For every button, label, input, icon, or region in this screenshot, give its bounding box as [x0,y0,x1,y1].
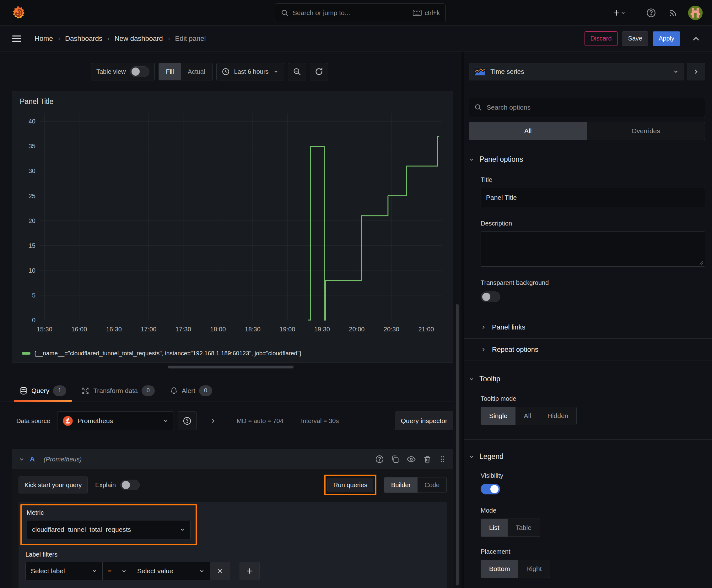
panel-options-section-header[interactable]: Panel options [469,155,705,164]
global-search[interactable]: ctrl+k [275,3,446,22]
scrollbar-thumb[interactable] [456,304,459,586]
chevron-down-icon [469,454,474,460]
repeat-options-section[interactable]: Repeat options [469,339,705,361]
tooltip-section-header[interactable]: Tooltip [469,375,705,383]
datasource-label: Data source [12,417,57,425]
breadcrumb-dashboards[interactable]: Dashboards [65,35,102,43]
collapse-options-button[interactable] [687,63,705,80]
panel-edit-main: Table view Fill Actual Last 6 hours [0,51,461,588]
tab-alert[interactable]: Alert 0 [164,380,218,401]
fill-option[interactable]: Fill [159,63,181,80]
kickstart-query-button[interactable]: Kick start your query [19,477,88,493]
builder-option[interactable]: Builder [384,478,417,492]
legend-section-header[interactable]: Legend [469,452,705,461]
code-option[interactable]: Code [417,478,447,492]
tab-alert-label: Alert [182,387,195,395]
search-shortcut: ctrl+k [413,9,440,17]
run-queries-button[interactable]: Run queries [327,478,373,492]
grafana-logo-icon[interactable] [11,6,26,20]
user-avatar[interactable] [688,6,703,20]
pane-divider[interactable] [461,51,464,588]
datasource-help-button[interactable] [178,412,196,430]
add-new-button[interactable] [610,7,628,19]
help-button[interactable] [644,6,658,20]
collapse-header-button[interactable] [689,32,703,45]
chevron-right-icon[interactable] [210,417,217,424]
duplicate-query-icon[interactable] [391,455,400,464]
panel-description-textarea[interactable] [481,231,705,267]
transparent-bg-toggle[interactable] [481,292,500,302]
menu-toggle-button[interactable] [9,33,24,45]
legend-bottom-option[interactable]: Bottom [481,560,518,578]
metric-highlight: Metric cloudflared_tunnel_total_requests [20,504,197,545]
resize-grip-icon[interactable] [698,260,704,265]
query-row-header[interactable]: A (Prometheus) [12,449,453,469]
bell-icon [170,387,178,395]
legend-right-option[interactable]: Right [518,560,550,578]
tab-overrides[interactable]: Overrides [587,122,705,140]
query-inspector-button[interactable]: Query inspector [395,412,453,430]
tab-query[interactable]: Query 1 [14,380,72,401]
legend-series-label[interactable]: {__name__="cloudflared_tunnel_total_requ… [34,350,301,357]
datasource-row: Data source Prometheus MD = auto = 704 [12,411,453,430]
tooltip-all-option[interactable]: All [516,407,539,425]
tab-all-options[interactable]: All [469,122,587,140]
explain-toggle[interactable] [120,480,140,490]
table-view-toggle[interactable] [130,66,149,77]
operator-dropdown[interactable]: = [103,562,132,580]
legend-series-dash[interactable] [22,352,30,355]
select-label-placeholder: Select label [31,567,65,575]
visualization-picker[interactable]: Time series [469,63,684,80]
legend-list-option[interactable]: List [481,519,508,537]
panel-preview: Panel Title 051015202530354015:3016:0016… [12,91,453,363]
chevron-down-icon [469,157,474,162]
apply-button[interactable]: Apply [653,31,680,46]
svg-text:25: 25 [28,192,36,200]
legend-placement-label: Placement [481,548,705,555]
metric-picker[interactable]: cloudflared_tunnel_total_requests [27,520,191,539]
chevron-down-icon [621,10,626,15]
remove-filter-button[interactable] [210,562,230,580]
actual-option[interactable]: Actual [181,63,212,80]
resize-handle[interactable] [168,365,294,369]
query-help-icon[interactable] [375,455,384,464]
panel-title-input[interactable] [481,188,705,207]
svg-text:30: 30 [28,167,36,174]
breadcrumb-new-dashboard[interactable]: New dashboard [114,35,163,43]
news-button[interactable] [666,6,680,20]
delete-query-icon[interactable] [423,455,432,464]
select-label-dropdown[interactable]: Select label [25,562,103,580]
svg-text:17:30: 17:30 [175,326,191,333]
tooltip-single-option[interactable]: Single [481,407,516,425]
chevron-right-icon [481,324,486,330]
breadcrumb: Home › Dashboards › New dashboard › Edit… [35,35,206,43]
discard-button[interactable]: Discard [585,31,618,46]
options-filter-tabs: All Overrides [469,122,705,140]
drag-handle-icon[interactable] [438,455,447,463]
legend-visibility-label: Visibility [481,472,705,479]
refresh-button[interactable] [310,63,328,80]
time-range-picker[interactable]: Last 6 hours [216,63,284,80]
global-search-input[interactable] [293,9,409,17]
toggle-visibility-icon[interactable] [407,455,416,464]
zoom-out-button[interactable] [288,63,306,80]
options-search[interactable] [469,98,705,117]
tab-transform-count: 0 [142,385,155,396]
legend-table-option[interactable]: Table [508,519,540,537]
panel-links-section[interactable]: Panel links [469,316,705,338]
save-button[interactable]: Save [622,31,648,46]
legend-visibility-toggle[interactable] [481,484,500,495]
tab-transform-data[interactable]: Transform data 0 [75,380,160,401]
panel-options-sidebar: Time series All Overrides Panel options … [464,51,712,588]
legend-mode-label: Mode [481,507,705,514]
select-value-dropdown[interactable]: Select value [132,562,210,580]
datasource-picker[interactable]: Prometheus [57,412,174,430]
tooltip-hidden-option[interactable]: Hidden [539,407,577,425]
prometheus-icon [63,416,73,426]
add-filter-button[interactable] [239,562,260,580]
chevron-down-icon[interactable] [19,456,25,462]
chart-area[interactable]: 051015202530354015:3016:0016:3017:0017:3… [12,107,453,349]
breadcrumb-home[interactable]: Home [35,35,53,43]
panel-title[interactable]: Panel Title [12,91,453,107]
options-search-input[interactable] [487,104,700,111]
